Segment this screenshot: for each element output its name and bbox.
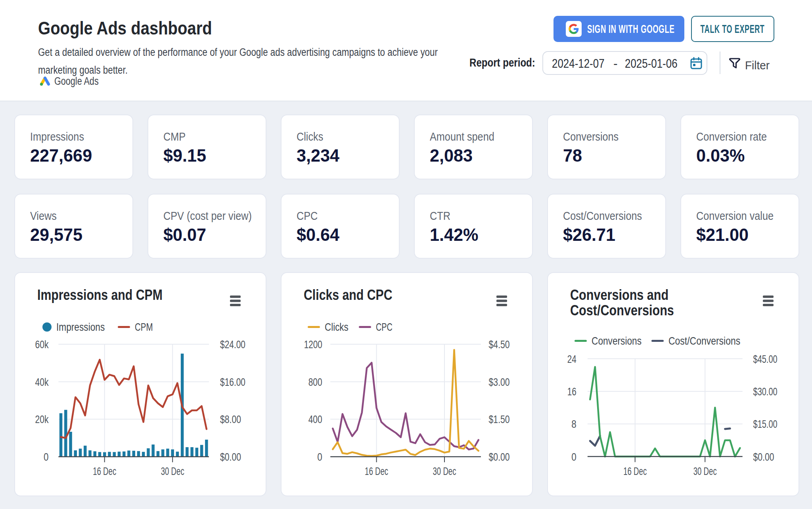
svg-text:$3.00: $3.00 (489, 376, 510, 388)
svg-text:$15.00: $15.00 (753, 418, 778, 430)
svg-text:16 Dec: 16 Dec (623, 465, 647, 477)
svg-text:8: 8 (571, 418, 576, 430)
svg-text:0: 0 (317, 451, 322, 463)
svg-text:$16.00: $16.00 (220, 376, 245, 388)
svg-text:16 Dec: 16 Dec (93, 465, 116, 477)
svg-text:$0.00: $0.00 (220, 451, 241, 463)
svg-text:800: 800 (308, 376, 322, 388)
svg-text:$45.00: $45.00 (753, 353, 778, 365)
svg-text:16 Dec: 16 Dec (365, 465, 388, 477)
svg-text:400: 400 (308, 413, 322, 425)
svg-text:$4.50: $4.50 (489, 338, 510, 351)
svg-text:20k: 20k (35, 413, 49, 425)
svg-text:40k: 40k (35, 376, 49, 388)
svg-text:1200: 1200 (304, 338, 322, 351)
svg-text:0: 0 (44, 451, 49, 463)
svg-text:$0.00: $0.00 (753, 451, 774, 463)
svg-text:16: 16 (567, 385, 576, 398)
svg-text:24: 24 (567, 353, 576, 365)
svg-text:$30.00: $30.00 (753, 385, 778, 398)
svg-text:30 Dec: 30 Dec (433, 465, 456, 477)
svg-text:$1.50: $1.50 (489, 413, 510, 425)
svg-text:60k: 60k (35, 338, 49, 351)
svg-text:30 Dec: 30 Dec (161, 465, 184, 477)
svg-text:$24.00: $24.00 (220, 338, 245, 351)
svg-text:0: 0 (571, 451, 576, 463)
svg-text:$8.00: $8.00 (220, 413, 241, 425)
svg-text:$0.00: $0.00 (489, 451, 510, 463)
svg-text:30 Dec: 30 Dec (693, 465, 717, 477)
